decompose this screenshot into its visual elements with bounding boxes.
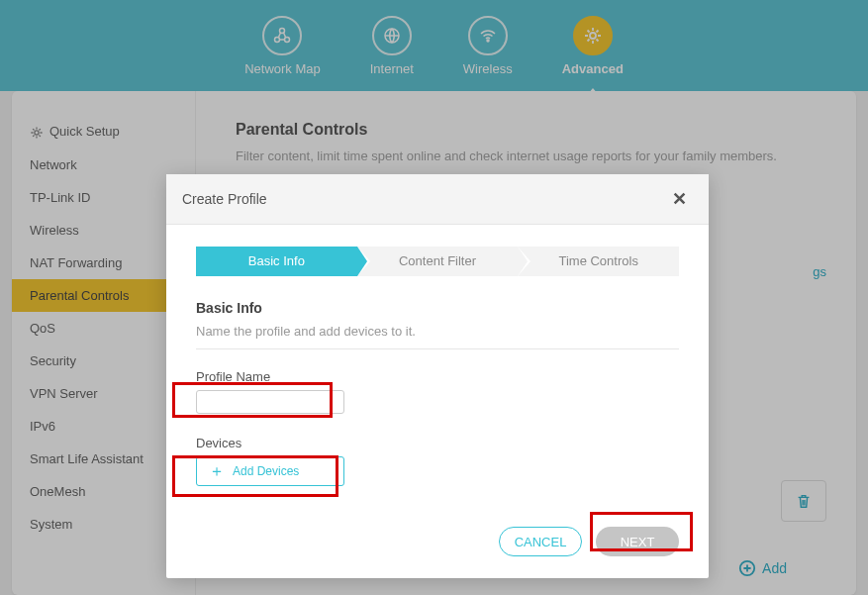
add-devices-button[interactable]: ＋ Add Devices: [196, 456, 344, 486]
cancel-button[interactable]: CANCEL: [499, 527, 582, 556]
step-label: Basic Info: [248, 253, 305, 268]
step-basic-info[interactable]: Basic Info: [196, 247, 357, 276]
plus-icon: ＋: [209, 463, 225, 479]
close-icon[interactable]: ✕: [666, 186, 693, 212]
profile-name-input[interactable]: [196, 390, 344, 414]
step-label: Content Filter: [399, 253, 476, 268]
section-subtitle: Basic Info: [196, 300, 679, 316]
cancel-label: CANCEL: [515, 535, 567, 549]
next-label: NEXT: [621, 535, 655, 549]
add-devices-label: Add Devices: [233, 464, 299, 478]
devices-label: Devices: [196, 436, 679, 450]
step-time-controls[interactable]: Time Controls: [518, 247, 679, 276]
modal-header: Create Profile ✕: [166, 174, 709, 225]
modal-title: Create Profile: [182, 191, 267, 207]
step-content-filter[interactable]: Content Filter: [357, 247, 519, 276]
section-subdesc: Name the profile and add devices to it.: [196, 324, 679, 349]
step-label: Time Controls: [558, 253, 637, 268]
create-profile-modal: Create Profile ✕ Basic Info Content Filt…: [166, 174, 709, 578]
wizard-steps: Basic Info Content Filter Time Controls: [196, 247, 679, 276]
next-button[interactable]: NEXT: [596, 527, 679, 556]
profile-name-label: Profile Name: [196, 369, 679, 384]
modal-footer: CANCEL NEXT: [166, 515, 709, 578]
